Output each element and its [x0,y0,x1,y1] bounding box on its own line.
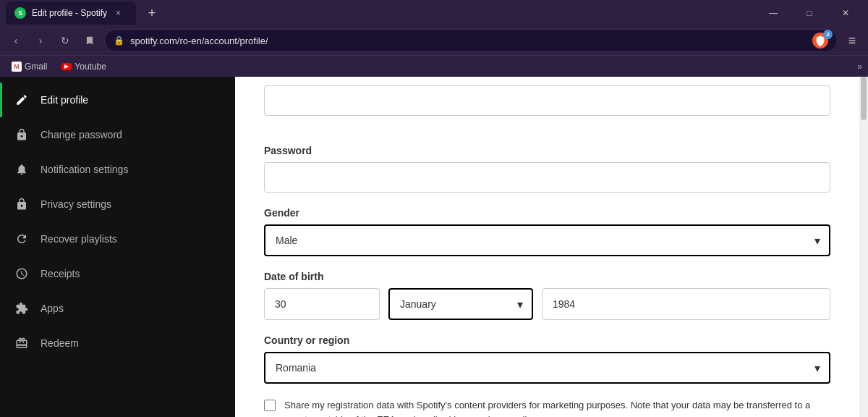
sidebar-item-label-privacy-settings: Privacy settings [41,198,111,210]
sidebar-item-label-notification-settings: Notification settings [41,164,128,175]
country-select-wrapper: Romania United Kingdom United States Ger… [264,352,830,384]
privacy-lock-icon [14,197,29,211]
window-controls: — □ ✕ [757,1,862,25]
scrollbar-track[interactable] [859,77,868,417]
password-input[interactable] [264,162,830,193]
sidebar-item-change-password[interactable]: Change password [0,117,235,152]
title-bar: S Edit profile - Spotify × + — □ ✕ [0,0,868,26]
bookmarks-bar: M Gmail ▶ Youtube » [0,55,868,77]
sidebar-item-label-receipts: Receipts [41,268,80,279]
sidebar-item-label-edit-profile: Edit profile [41,94,88,106]
dob-day-input[interactable] [264,288,380,320]
youtube-icon: ▶ [61,63,72,70]
new-tab-button[interactable]: + [142,3,162,23]
minimize-button[interactable]: — [757,1,790,25]
dob-month-wrapper: January February March April May June Ju… [388,288,533,320]
active-tab[interactable]: S Edit profile - Spotify × [6,1,136,25]
tab-favicon: S [14,7,26,19]
dob-year-input[interactable] [542,288,830,320]
sidebar-item-receipts[interactable]: Receipts [0,256,235,291]
address-bar[interactable]: 🔒 spotify.com/ro-en/account/profile/ 2 [104,29,838,52]
username-field-group [264,85,830,130]
password-field-group: Password [264,145,830,193]
country-label: Country or region [264,334,830,346]
password-label: Password [264,145,830,156]
maximize-button[interactable]: □ [793,1,826,25]
sidebar-item-label-apps: Apps [41,303,64,314]
lock-icon: 🔒 [114,35,124,46]
gender-select[interactable]: Male Female Non-binary Other Prefer not … [264,224,830,256]
username-input[interactable] [264,85,830,116]
country-select[interactable]: Romania United Kingdom United States Ger… [264,352,830,384]
sidebar-item-label-recover-playlists: Recover playlists [41,233,117,245]
close-button[interactable]: ✕ [829,1,862,25]
page-content: Edit profile Change password Notificatio… [0,77,868,417]
marketing-checkbox-row: Share my registration data with Spotify'… [264,398,830,417]
pencil-icon [14,93,29,107]
forward-button[interactable]: › [30,30,51,51]
gmail-label: Gmail [25,62,47,72]
bookmark-button[interactable] [80,30,100,51]
puzzle-icon [14,301,29,316]
marketing-checkbox[interactable] [264,400,276,411]
bookmark-gmail[interactable]: M Gmail [6,60,53,73]
sidebar-nav: Edit profile Change password Notificatio… [0,77,235,366]
country-field-group: Country or region Romania United Kingdom… [264,334,830,384]
sidebar-item-recover-playlists[interactable]: Recover playlists [0,222,235,256]
sidebar-item-label-redeem: Redeem [41,337,79,349]
tab-close-button[interactable]: × [116,8,121,18]
sidebar-item-privacy-settings[interactable]: Privacy settings [0,187,235,222]
bell-icon [14,162,29,177]
dob-month-select[interactable]: January February March April May June Ju… [388,288,533,320]
main-content: Password Gender Male Female Non-binary O… [235,77,859,417]
sidebar-item-label-change-password: Change password [41,129,122,140]
tab-area: S Edit profile - Spotify × + [6,1,757,25]
clock-icon [14,266,29,281]
bookmark-youtube[interactable]: ▶ Youtube [56,60,112,73]
marketing-checkbox-text: Share my registration data with Spotify'… [284,398,830,417]
gender-select-wrapper: Male Female Non-binary Other Prefer not … [264,224,830,256]
youtube-label: Youtube [75,62,106,72]
sidebar-item-apps[interactable]: Apps [0,291,235,326]
gift-icon [14,336,29,350]
extensions-button[interactable]: » [857,62,862,72]
gender-label: Gender [264,207,830,219]
dob-row: January February March April May June Ju… [264,288,830,320]
sidebar-item-edit-profile[interactable]: Edit profile [0,83,235,117]
brave-badge: 2 [823,30,833,39]
dob-field-group: Date of birth January February March Apr… [264,271,830,320]
lock-icon [14,127,29,142]
sidebar-item-redeem[interactable]: Redeem [0,326,235,361]
gender-field-group: Gender Male Female Non-binary Other Pref… [264,207,830,256]
refresh-button[interactable]: ↻ [55,30,75,51]
scrollbar-thumb[interactable] [861,77,867,120]
dob-label: Date of birth [264,271,830,282]
tab-title: Edit profile - Spotify [32,8,107,18]
gmail-icon: M [12,62,22,72]
browser-menu-button[interactable]: ≡ [842,30,862,51]
brave-shield-icon: 2 [812,33,828,49]
sidebar: Edit profile Change password Notificatio… [0,77,235,417]
refresh-icon [14,232,29,246]
address-bar-row: ‹ › ↻ 🔒 spotify.com/ro-en/account/profil… [0,26,868,55]
sidebar-item-notification-settings[interactable]: Notification settings [0,152,235,187]
back-button[interactable]: ‹ [6,30,26,51]
address-text: spotify.com/ro-en/account/profile/ [130,35,807,46]
